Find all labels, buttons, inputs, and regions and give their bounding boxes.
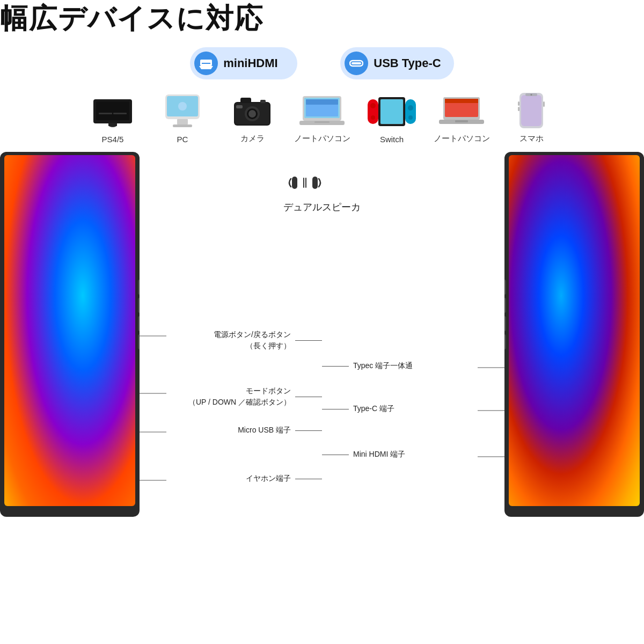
page-title: 幅広デバイスに対応 (0, 0, 644, 38)
device-camera: カメラ (217, 90, 287, 144)
svg-rect-43 (455, 120, 468, 122)
svg-rect-48 (543, 101, 545, 107)
device-pc-label: PC (177, 135, 188, 144)
svg-rect-23 (236, 105, 243, 108)
labels-left: 電源ボタン/戻るボタン （長く押す） モードボタン （UP / DOWN ／確認… (140, 152, 322, 528)
svg-rect-22 (260, 100, 266, 103)
svg-rect-10 (113, 113, 127, 114)
svg-rect-9 (99, 113, 112, 114)
usbc-icon (345, 52, 368, 75)
device-camera-label: カメラ (240, 134, 265, 144)
pc-icon (158, 91, 207, 131)
side-buttons-right (504, 280, 506, 349)
minihdmi-label: miniHDMI (223, 56, 277, 70)
svg-point-15 (178, 102, 187, 111)
typec-all-label: Typec 端子一体通 (322, 361, 413, 371)
device-smartphone-label: スマホ (519, 134, 544, 144)
device-laptop1: ノートパソコン (287, 90, 357, 144)
power-btn-label: 電源ボタン/戻るボタン （長く押す） (214, 329, 322, 352)
laptop2-icon (437, 90, 486, 130)
minihdmi-label: Mini HDMI 端子 (322, 450, 405, 459)
switch-icon (368, 91, 416, 131)
svg-point-32 (371, 115, 375, 120)
svg-point-47 (531, 94, 532, 96)
svg-rect-4 (352, 62, 361, 64)
svg-rect-21 (240, 98, 251, 103)
laptop-icon (298, 90, 346, 130)
labels-right: Typec 端子一体通 Type-C 端子 Mini HDMI 端子 (322, 152, 504, 528)
header: 幅広デバイスに対応 (0, 0, 644, 38)
hdmi-icon (194, 52, 218, 75)
usbtypec-label: USB Type-C (374, 56, 441, 70)
svg-rect-35 (380, 99, 403, 124)
svg-rect-41 (445, 99, 478, 103)
typec-label: Type-C 端子 (322, 404, 394, 414)
svg-rect-8 (108, 123, 117, 126)
monitor-right: ‹ ‹ ‹ (504, 152, 644, 517)
svg-point-31 (370, 103, 376, 108)
svg-rect-13 (177, 119, 188, 125)
devices-row: PS4/5 PC (0, 85, 644, 149)
monitor-right-frame: ‹ ‹ ‹ (504, 152, 644, 517)
monitor-left-frame: › › › (0, 152, 140, 517)
device-pc: PC (148, 91, 217, 144)
badges-row: miniHDMI USB Type-C (0, 38, 644, 85)
device-ps45-label: PS4/5 (102, 135, 124, 144)
microusb-label: Micro USB 端子 (238, 426, 322, 435)
device-switch: Switch (357, 91, 427, 144)
device-ps45: PS4/5 (78, 91, 148, 144)
device-switch-label: Switch (380, 135, 404, 144)
bottom-section: › › › ‹ ‹ ‹ (0, 152, 644, 528)
device-smartphone: スマホ (496, 90, 566, 144)
minihdmi-badge: miniHDMI (190, 47, 297, 79)
screen-left (4, 155, 135, 506)
device-laptop1-label: ノートパソコン (294, 134, 350, 144)
smartphone-icon (507, 90, 555, 130)
screen-right (509, 155, 640, 506)
ps4-icon (89, 91, 137, 131)
earphone-label: イヤホン端子 (246, 474, 322, 484)
svg-point-37 (408, 105, 413, 111)
svg-point-38 (408, 115, 413, 120)
svg-point-20 (248, 110, 256, 118)
usbtypec-badge: USB Type-C (340, 47, 454, 79)
svg-rect-50 (518, 107, 519, 111)
camera-icon (228, 90, 276, 130)
svg-rect-27 (306, 99, 338, 105)
device-laptop2: ノートパソコン (427, 90, 496, 144)
svg-marker-2 (199, 66, 213, 69)
monitor-left: › › › (0, 152, 140, 517)
svg-rect-6 (96, 101, 129, 120)
svg-rect-49 (518, 101, 519, 106)
svg-rect-29 (314, 121, 330, 123)
svg-rect-30 (368, 99, 378, 124)
device-laptop2-label: ノートパソコン (434, 134, 490, 144)
mode-btn-label: モードボタン （UP / DOWN ／確認ボタン） (188, 385, 322, 408)
svg-rect-36 (405, 99, 416, 124)
svg-rect-1 (202, 63, 210, 64)
svg-rect-45 (521, 95, 541, 126)
svg-rect-14 (173, 125, 192, 127)
